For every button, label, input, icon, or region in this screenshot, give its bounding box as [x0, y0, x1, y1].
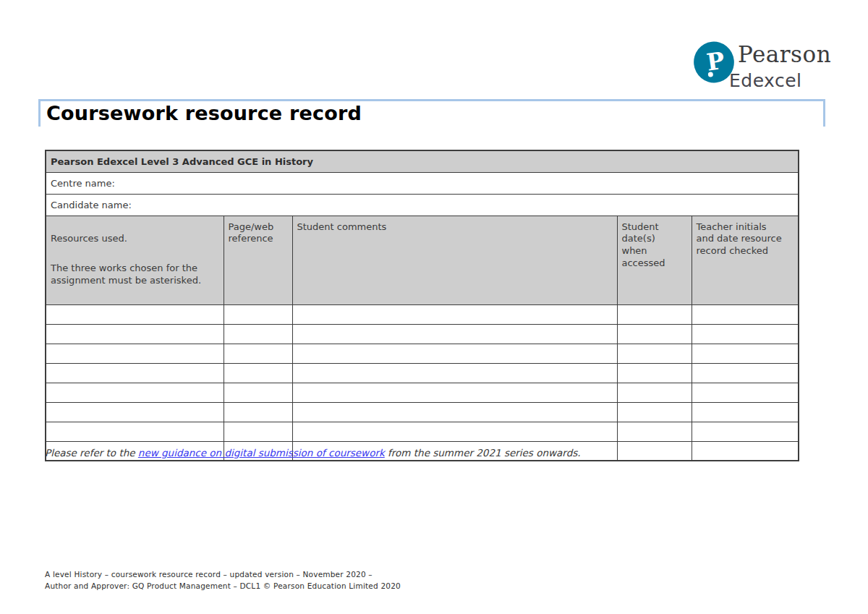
column-header-student-dates: Student date(s) when accessed	[617, 216, 692, 304]
column-header-resources-label: Resources used.	[51, 233, 219, 245]
empty-cell[interactable]	[224, 363, 292, 383]
empty-cell[interactable]	[617, 402, 692, 422]
empty-cell[interactable]	[46, 402, 224, 422]
column-header-row: Resources used. The three works chosen f…	[46, 216, 799, 304]
empty-cell[interactable]	[617, 383, 692, 402]
empty-cell[interactable]	[692, 363, 799, 383]
empty-cell[interactable]	[292, 422, 617, 441]
empty-row	[46, 324, 799, 344]
svg-text:P: P	[705, 47, 726, 77]
empty-cell[interactable]	[292, 344, 617, 363]
empty-cell[interactable]	[46, 324, 224, 344]
empty-cell[interactable]	[224, 324, 292, 344]
resource-record-table: Pearson Edexcel Level 3 Advanced GCE in …	[45, 150, 799, 461]
empty-cell[interactable]	[692, 344, 799, 363]
edexcel-brand-text: Edexcel	[729, 70, 802, 91]
empty-row	[46, 344, 799, 363]
empty-cell[interactable]	[46, 422, 224, 441]
footer-line-1: A level History – coursework resource re…	[45, 569, 401, 581]
candidate-name-row: Candidate name:	[46, 194, 799, 216]
empty-cell[interactable]	[292, 383, 617, 402]
empty-cell[interactable]	[692, 304, 799, 324]
empty-row	[46, 304, 799, 324]
pearson-edexcel-logo: P Pearson Edexcel	[692, 40, 836, 93]
footer-line-2: Author and Approver: GQ Product Manageme…	[45, 581, 401, 592]
title-banner: Coursework resource record	[38, 99, 825, 127]
empty-cell[interactable]	[224, 383, 292, 402]
document-footer: A level History – coursework resource re…	[45, 569, 401, 592]
guidance-note-prefix: Please refer to the	[45, 447, 138, 459]
empty-cell[interactable]	[224, 422, 292, 441]
empty-cell[interactable]	[617, 324, 692, 344]
guidance-link[interactable]: new guidance on digital submission of co…	[138, 447, 385, 459]
guidance-note: Please refer to the new guidance on digi…	[45, 447, 826, 459]
empty-row	[46, 363, 799, 383]
empty-cell[interactable]	[292, 402, 617, 422]
empty-cell[interactable]	[292, 304, 617, 324]
empty-cell[interactable]	[46, 363, 224, 383]
empty-cell[interactable]	[617, 363, 692, 383]
empty-cell[interactable]	[692, 422, 799, 441]
empty-cell[interactable]	[617, 344, 692, 363]
empty-row	[46, 402, 799, 422]
empty-cell[interactable]	[46, 383, 224, 402]
empty-cell[interactable]	[692, 324, 799, 344]
column-header-page-web: Page/web reference	[224, 216, 292, 304]
empty-cell[interactable]	[292, 324, 617, 344]
empty-cell[interactable]	[224, 344, 292, 363]
empty-cell[interactable]	[617, 422, 692, 441]
empty-cell[interactable]	[46, 344, 224, 363]
page-title: Coursework resource record	[46, 102, 823, 124]
qualification-header-cell: Pearson Edexcel Level 3 Advanced GCE in …	[46, 150, 799, 172]
empty-row	[46, 422, 799, 441]
column-header-resources: Resources used. The three works chosen f…	[46, 216, 224, 304]
empty-cell[interactable]	[692, 383, 799, 402]
qualification-row: Pearson Edexcel Level 3 Advanced GCE in …	[46, 150, 799, 172]
candidate-name-cell[interactable]: Candidate name:	[46, 194, 799, 216]
column-header-resources-sublabel: The three works chosen for the assignmen…	[51, 263, 219, 287]
pearson-brand-text: Pearson	[738, 41, 831, 67]
empty-cell[interactable]	[46, 304, 224, 324]
empty-cell[interactable]	[224, 402, 292, 422]
empty-cell[interactable]	[617, 304, 692, 324]
guidance-note-suffix: from the summer 2021 series onwards.	[385, 447, 581, 459]
empty-cell[interactable]	[292, 363, 617, 383]
column-header-teacher-initials: Teacher initials and date resource recor…	[692, 216, 799, 304]
centre-name-row: Centre name:	[46, 172, 799, 194]
empty-row	[46, 383, 799, 402]
empty-cell[interactable]	[692, 402, 799, 422]
centre-name-cell[interactable]: Centre name:	[46, 172, 799, 194]
empty-cell[interactable]	[224, 304, 292, 324]
column-header-student-comments: Student comments	[292, 216, 617, 304]
